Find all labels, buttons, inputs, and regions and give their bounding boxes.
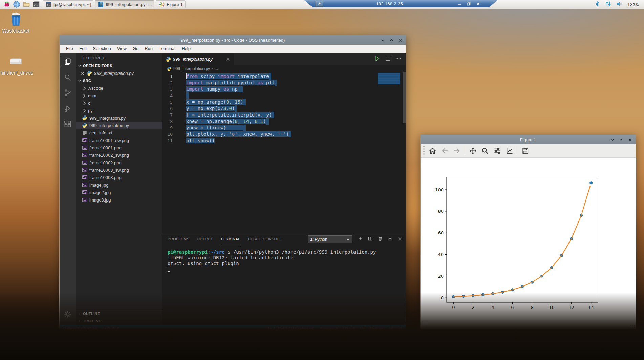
pan-tool-icon[interactable] <box>467 145 478 156</box>
minimap[interactable] <box>378 73 400 84</box>
terminal-launcher-icon[interactable] <box>31 0 41 8</box>
tree-item-frame10001_sw.png[interactable]: frame10001_sw.png <box>76 136 162 144</box>
tree-item-.vscode[interactable]: .vscode <box>76 84 162 92</box>
close-icon[interactable] <box>626 136 634 143</box>
figure-canvas[interactable]: 02468101214020406080100 <box>421 158 636 320</box>
open-editor-item[interactable]: 999_interpolation.py <box>76 69 162 77</box>
debug-activity-icon[interactable] <box>60 101 76 116</box>
status-python[interactable]: Python <box>370 326 383 331</box>
figure-titlebar[interactable]: Figure 1 <box>421 135 636 144</box>
taskbar-window-button[interactable]: 999_interpolation.py -... <box>95 0 154 8</box>
tree-item-999_interpolation.py[interactable]: 999_interpolation.py <box>76 122 162 129</box>
raspberry-menu-icon[interactable] <box>2 0 11 8</box>
new-terminal-icon[interactable] <box>358 236 363 243</box>
volume-icon[interactable] <box>616 1 623 8</box>
vnc-restore-button[interactable] <box>465 1 472 6</box>
tree-item-cert_info.txt[interactable]: cert_info.txt <box>76 129 162 136</box>
bluetooth-icon[interactable] <box>594 1 600 8</box>
tree-item-image2.jpg[interactable]: image2.jpg <box>76 189 162 196</box>
tree-item-asm[interactable]: asm <box>76 92 162 99</box>
panel-tab-output[interactable]: OUTPUT <box>197 234 213 245</box>
status-spaces[interactable]: Spaces: 4 <box>320 326 338 331</box>
panel-tab-problems[interactable]: PROBLEMS <box>168 234 189 245</box>
close-icon[interactable] <box>396 37 404 43</box>
breadcrumb-more[interactable]: ... <box>215 66 218 71</box>
pin-icon[interactable] <box>316 1 323 6</box>
vnc-close-button[interactable] <box>475 1 481 6</box>
tab-close-icon[interactable] <box>226 57 230 62</box>
web-browser-icon[interactable] <box>12 0 21 8</box>
close-editor-icon[interactable] <box>80 71 85 76</box>
tree-item-frame10002.png[interactable]: frame10002.png <box>76 159 162 166</box>
close-panel-icon[interactable] <box>397 236 403 243</box>
maximize-icon[interactable] <box>388 37 395 43</box>
clock[interactable]: 12:05 <box>627 2 639 7</box>
toolbar-grip[interactable] <box>423 146 425 156</box>
maximize-icon[interactable] <box>617 136 625 143</box>
tree-item-999_integration.py[interactable]: 999_integration.py <box>76 114 162 122</box>
breadcrumb-file[interactable]: 999_interpolation.py <box>173 66 210 71</box>
menu-file[interactable]: File <box>63 45 76 53</box>
extensions-activity-icon[interactable] <box>60 116 76 132</box>
feedback-smiley-icon[interactable] <box>388 326 393 331</box>
kill-terminal-icon[interactable] <box>378 236 383 243</box>
tree-item-frame10002_sw.png[interactable]: frame10002_sw.png <box>76 151 162 159</box>
tree-item-frame10001.png[interactable]: frame10001.png <box>76 144 162 151</box>
menu-go[interactable]: Go <box>130 45 142 53</box>
code-editor[interactable]: 1from scipy import interpolate2import ma… <box>162 72 406 233</box>
tree-item-image3.jpg[interactable]: image3.jpg <box>76 196 162 204</box>
panel-tab-debug-console[interactable]: DEBUG CONSOLE <box>248 234 282 245</box>
panel-tab-terminal[interactable]: TERMINAL <box>220 234 240 245</box>
terminal-shell-select[interactable]: 1: Python <box>308 235 352 243</box>
subplots-tool-icon[interactable] <box>491 145 503 156</box>
tree-item-image.jpg[interactable]: image.jpg <box>76 181 162 189</box>
editor-scrollbar[interactable] <box>403 72 406 123</box>
menu-selection[interactable]: Selection <box>90 45 114 53</box>
desktop-icon-wastebasket[interactable]: Wastebasket <box>1 12 31 34</box>
open-editors-section[interactable]: OPEN EDITORS <box>76 62 162 69</box>
split-terminal-icon[interactable] <box>368 236 373 243</box>
status-lf[interactable]: LF <box>360 326 365 331</box>
zoom-tool-icon[interactable] <box>479 145 491 156</box>
more-actions-icon[interactable] <box>396 56 402 63</box>
manage-gear-icon[interactable] <box>60 306 76 322</box>
section-timeline[interactable]: TIMELINE <box>76 317 162 325</box>
status-ln[interactable]: Ln 1, Col 1 (244 selected) <box>268 326 314 331</box>
notifications-bell-icon[interactable] <box>398 326 403 331</box>
explorer-activity-icon[interactable] <box>60 54 76 69</box>
python-interpreter[interactable]: Python 3.7.3 32-bit <box>63 326 97 331</box>
forward-tool-icon[interactable] <box>451 145 463 156</box>
section-outline[interactable]: OUTLINE <box>76 310 162 317</box>
desktop-icon-thinclient-drives[interactable]: thinclient_drives <box>1 54 31 76</box>
tree-item-frame10003.png[interactable]: frame10003.png <box>76 174 162 181</box>
menu-edit[interactable]: Edit <box>76 45 90 53</box>
shade-icon[interactable] <box>608 136 616 143</box>
editaxis-tool-icon[interactable] <box>503 145 515 156</box>
breadcrumb[interactable]: 999_interpolation.py › ... <box>162 65 406 72</box>
run-python-file-button[interactable] <box>374 56 380 63</box>
resize-grip[interactable] <box>630 325 635 330</box>
shade-icon[interactable] <box>379 37 386 43</box>
network-arrows-icon[interactable] <box>605 1 611 8</box>
menu-help[interactable]: Help <box>178 45 194 53</box>
tree-item-py[interactable]: py <box>76 107 162 114</box>
maximize-panel-icon[interactable] <box>387 236 393 243</box>
vscode-titlebar[interactable]: 999_interpolation.py - src - Code - OSS … <box>60 35 406 45</box>
vnc-minimize-button[interactable] <box>456 1 463 6</box>
menu-run[interactable]: Run <box>142 45 156 53</box>
source-control-activity-icon[interactable] <box>60 85 76 101</box>
save-tool-icon[interactable] <box>519 145 531 156</box>
split-editor-icon[interactable] <box>385 56 391 63</box>
menu-terminal[interactable]: Terminal <box>156 45 178 53</box>
taskbar-window-button[interactable]: Figure 1 <box>156 0 186 8</box>
src-section[interactable]: SRC <box>76 77 162 84</box>
menu-view[interactable]: View <box>114 45 130 53</box>
file-manager-icon[interactable] <box>22 0 31 8</box>
terminal-output[interactable]: pi@raspberrypi:~/src $ /usr/bin/python3 … <box>162 245 406 325</box>
back-tool-icon[interactable] <box>439 145 450 156</box>
taskbar-window-button[interactable]: [pi@raspberrypi: ~] <box>43 0 93 8</box>
search-activity-icon[interactable] <box>60 69 76 85</box>
home-tool-icon[interactable] <box>427 145 438 156</box>
tree-item-frame10003_sw.png[interactable]: frame10003_sw.png <box>76 166 162 174</box>
tree-item-c[interactable]: c <box>76 99 162 107</box>
